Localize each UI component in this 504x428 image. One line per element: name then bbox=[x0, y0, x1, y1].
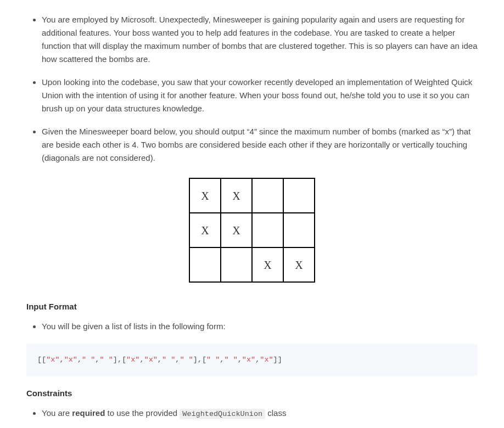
code-token: [ bbox=[122, 356, 126, 364]
code-token: " " bbox=[99, 356, 113, 364]
constraints-item1-code: WeightedQuickUnion bbox=[180, 409, 265, 419]
intro-bullet-1: You are employed by Microsoft. Unexpecte… bbox=[42, 13, 478, 66]
constraints-bullets: You are required to use the provided Wei… bbox=[26, 407, 478, 428]
code-token: [[ bbox=[37, 356, 46, 364]
code-token: , bbox=[139, 356, 144, 364]
code-token: "x" bbox=[64, 356, 77, 364]
board-row: X X bbox=[189, 178, 315, 213]
board-cell bbox=[252, 178, 283, 213]
intro-bullet-3: Given the Minesweeper board below, you s… bbox=[42, 125, 478, 165]
code-token: , bbox=[60, 356, 64, 364]
constraints-item1-bold: required bbox=[72, 408, 105, 418]
board-row: X X bbox=[189, 247, 315, 282]
constraints-item1-post: class bbox=[265, 408, 286, 418]
board-cell bbox=[252, 213, 283, 247]
code-token: , bbox=[158, 356, 162, 364]
input-format-bullets: You will be given a list of lists in the… bbox=[26, 320, 478, 333]
constraints-item1-mid: to use the provided bbox=[105, 408, 180, 418]
minesweeper-board: X X X X X X bbox=[189, 178, 315, 283]
code-token: " " bbox=[180, 356, 193, 364]
code-token: , bbox=[238, 356, 242, 364]
code-token: "x" bbox=[126, 356, 139, 364]
constraints-item1-pre: You are bbox=[42, 408, 72, 418]
code-token: ]] bbox=[273, 356, 282, 364]
code-token: ] bbox=[193, 356, 198, 364]
board-cell: X bbox=[221, 178, 252, 213]
board-cell bbox=[221, 247, 252, 282]
board-cell: X bbox=[252, 247, 283, 282]
constraints-bullet-1: You are required to use the provided Wei… bbox=[42, 407, 478, 420]
input-format-heading: Input Format bbox=[26, 300, 478, 313]
code-token: " " bbox=[82, 356, 95, 364]
code-token: " " bbox=[206, 356, 220, 364]
code-token: , bbox=[198, 356, 202, 364]
board-cell: X bbox=[283, 247, 315, 282]
board-cell: X bbox=[189, 178, 221, 213]
board-cell bbox=[189, 247, 221, 282]
code-token: "x" bbox=[260, 356, 273, 364]
code-token: " " bbox=[162, 356, 175, 364]
code-token: "x" bbox=[242, 356, 255, 364]
code-token: "x" bbox=[46, 356, 59, 364]
code-token: [ bbox=[202, 356, 206, 364]
board-cell bbox=[283, 178, 315, 213]
board-cell: X bbox=[221, 213, 252, 247]
code-token: "x" bbox=[144, 356, 158, 364]
code-token: ] bbox=[113, 356, 117, 364]
code-token: , bbox=[117, 356, 122, 364]
board-row: X X bbox=[189, 213, 315, 247]
intro-bullet-2: Upon looking into the codebase, you saw … bbox=[42, 76, 478, 115]
code-token: , bbox=[77, 356, 82, 364]
intro-bullets: You are employed by Microsoft. Unexpecte… bbox=[26, 13, 478, 165]
input-format-bullet: You will be given a list of lists in the… bbox=[42, 320, 478, 333]
board-cell bbox=[283, 213, 315, 247]
constraints-heading: Constraints bbox=[26, 387, 478, 400]
board-cell: X bbox=[189, 213, 221, 247]
minesweeper-board-wrapper: X X X X X X bbox=[26, 178, 478, 283]
code-sample: [["x","x"," "," "],["x","x"," "," "],[" … bbox=[26, 344, 478, 376]
code-token: " " bbox=[224, 356, 237, 364]
